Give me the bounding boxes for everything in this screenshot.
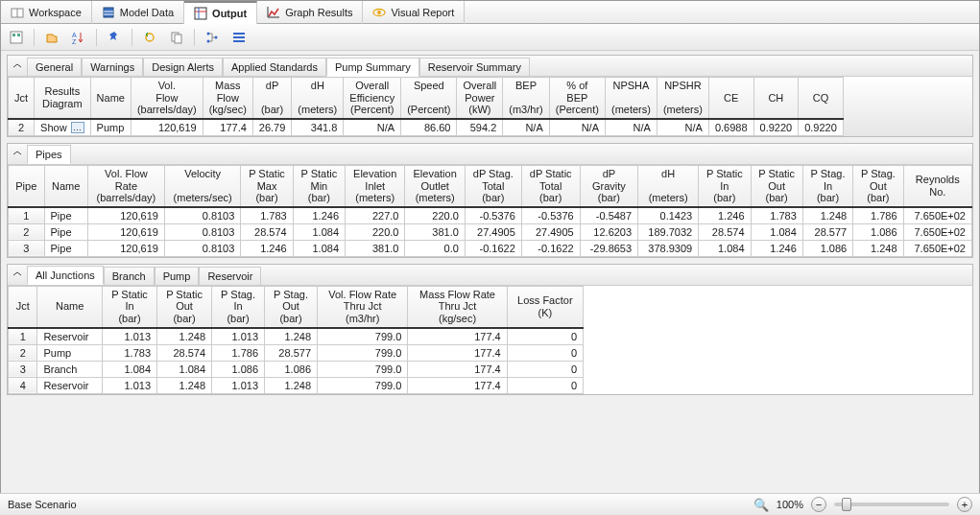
tab-output[interactable]: Output xyxy=(184,1,257,24)
refresh-button[interactable] xyxy=(140,28,159,47)
col-results[interactable]: ResultsDiagram xyxy=(35,78,91,119)
col-bep[interactable]: BEP(m3/hr) xyxy=(503,78,549,119)
table-row[interactable]: 3Pipe120,6190.81031.2461.084381.00.0-0.1… xyxy=(9,240,972,256)
panel-tab-reservoir[interactable]: Reservoir xyxy=(199,267,261,285)
table-row[interactable]: 2Pump1.78328.5741.78628.577799.0177.40 xyxy=(9,344,584,361)
col-psIn[interactable]: P StaticIn(bar) xyxy=(102,286,156,327)
load-button[interactable] xyxy=(42,28,61,47)
col-ce[interactable]: CE xyxy=(708,78,753,119)
col-volFlow[interactable]: Vol. FlowRate(barrels/day) xyxy=(87,165,164,206)
cell-ch: 0.9220 xyxy=(753,119,799,136)
cell-name: Pump xyxy=(90,119,131,136)
col-elevOut[interactable]: ElevationOutlet(meters) xyxy=(405,165,465,206)
col-pstagIn[interactable]: P Stag.In(bar) xyxy=(212,286,265,327)
col-name[interactable]: Name xyxy=(44,165,87,206)
sort-button[interactable]: AZ xyxy=(69,28,88,47)
list-button[interactable] xyxy=(229,28,249,47)
svg-rect-13 xyxy=(12,34,15,36)
col-name[interactable]: Name xyxy=(90,78,131,119)
col-dP[interactable]: dP(bar) xyxy=(252,78,292,119)
col-jct[interactable]: Jct xyxy=(9,286,37,327)
col-pctBep[interactable]: % ofBEP(Percent) xyxy=(549,78,605,119)
eye-icon xyxy=(372,6,386,19)
col-pstagOut[interactable]: P Stag.Out(bar) xyxy=(265,286,318,327)
col-psIn[interactable]: P StaticIn(bar) xyxy=(699,165,751,206)
col-psOut[interactable]: P StaticOut(bar) xyxy=(751,165,802,206)
col-velocity[interactable]: Velocity(meters/sec) xyxy=(164,165,240,206)
preferences-button[interactable] xyxy=(7,28,26,47)
panel-tab-pipes[interactable]: Pipes xyxy=(27,145,71,164)
model-data-icon xyxy=(102,6,115,19)
panel-tab-reservoir-summary[interactable]: Reservoir Summary xyxy=(419,58,530,76)
panel-tab-all-junctions[interactable]: All Junctions xyxy=(27,266,104,285)
col-volFlow[interactable]: Vol.Flow(barrels/day) xyxy=(131,78,203,119)
scenario-label: Base Scenario xyxy=(8,499,77,510)
table-row[interactable]: 4Reservoir1.0131.2481.0131.248799.0177.4… xyxy=(9,377,584,393)
col-pipe[interactable]: Pipe xyxy=(9,165,45,206)
col-massFlow[interactable]: Mass Flow RateThru Jct(kg/sec) xyxy=(408,286,507,327)
col-elevIn[interactable]: ElevationInlet(meters) xyxy=(346,165,405,206)
collapse-pipes-button[interactable] xyxy=(8,147,27,160)
col-jct[interactable]: Jct xyxy=(9,78,35,119)
tab-visual-report[interactable]: Visual Report xyxy=(363,1,465,24)
col-psOut[interactable]: P StaticOut(bar) xyxy=(157,286,212,327)
col-psMin[interactable]: P StaticMin(bar) xyxy=(293,165,345,206)
magnifier-icon[interactable]: 🔍 xyxy=(753,498,769,512)
panel-tab-design-alerts[interactable]: Design Alerts xyxy=(143,58,223,76)
col-loss[interactable]: Loss Factor(K) xyxy=(507,286,583,327)
col-dH[interactable]: dH(meters) xyxy=(292,78,344,119)
col-dpStatic[interactable]: dP StaticTotal(bar) xyxy=(521,165,580,206)
svg-point-11 xyxy=(377,11,381,14)
zoom-in-button[interactable]: + xyxy=(957,497,972,512)
zoom-level: 100% xyxy=(777,499,803,510)
svg-rect-19 xyxy=(175,35,181,43)
panel-tab-general[interactable]: General xyxy=(27,58,82,76)
col-overallEff[interactable]: OverallEfficiency(Percent) xyxy=(344,78,401,119)
copy-button[interactable] xyxy=(167,28,186,47)
svg-rect-25 xyxy=(233,40,245,42)
zoom-slider[interactable] xyxy=(834,503,949,506)
panel-tab-warnings[interactable]: Warnings xyxy=(82,58,143,76)
col-speed[interactable]: Speed(Percent) xyxy=(401,78,457,119)
tab-graph-results[interactable]: Graph Results xyxy=(257,1,363,24)
table-row[interactable]: 2Pipe120,6190.810328.5741.084220.0381.02… xyxy=(9,223,972,240)
cell-results: Show … xyxy=(35,119,91,136)
panel-tab-pump[interactable]: Pump xyxy=(155,267,200,285)
col-npsha[interactable]: NPSHA(meters) xyxy=(605,78,657,119)
col-dpGrav[interactable]: dPGravity(bar) xyxy=(580,165,637,206)
panel-tab-applied-standards[interactable]: Applied Standards xyxy=(223,58,326,76)
col-cq[interactable]: CQ xyxy=(799,78,844,119)
table-row[interactable]: 3Branch1.0841.0841.0861.086799.0177.40 xyxy=(9,361,584,377)
collapse-summary-button[interactable] xyxy=(8,59,27,73)
tab-label: Workspace xyxy=(29,7,82,18)
col-dpStag[interactable]: dP Stag.Total(bar) xyxy=(465,165,521,206)
summary-panel: General Warnings Design Alerts Applied S… xyxy=(7,55,973,137)
panel-tab-branch[interactable]: Branch xyxy=(104,267,155,285)
tab-workspace[interactable]: Workspace xyxy=(1,1,92,24)
panel-tab-pump-summary[interactable]: Pump Summary xyxy=(326,58,419,77)
col-npshr[interactable]: NPSHR(meters) xyxy=(657,78,708,119)
table-row[interactable]: 1Reservoir1.0131.2481.0131.248799.0177.4… xyxy=(9,328,584,345)
collapse-junctions-button[interactable] xyxy=(8,268,27,281)
chevron-up-icon xyxy=(11,268,24,281)
table-row[interactable]: 1Pipe120,6190.81031.7831.246227.0220.0-0… xyxy=(9,207,972,224)
col-pstagIn[interactable]: P Stag.In(bar) xyxy=(802,165,852,206)
zoom-thumb[interactable] xyxy=(842,498,851,511)
show-diagram-button[interactable]: … xyxy=(71,122,84,133)
tree-button[interactable] xyxy=(203,28,222,47)
pin-button[interactable] xyxy=(105,28,124,47)
cell-speed: 86.60 xyxy=(401,119,457,136)
col-volFlow[interactable]: Vol. Flow RateThru Jct(m3/hr) xyxy=(318,286,408,327)
col-reynolds[interactable]: ReynoldsNo. xyxy=(903,165,971,206)
col-overallPower[interactable]: OverallPower(kW) xyxy=(457,78,503,119)
col-ch[interactable]: CH xyxy=(753,78,799,119)
col-dH[interactable]: dH(meters) xyxy=(638,165,699,206)
tab-model-data[interactable]: Model Data xyxy=(92,1,184,24)
tab-label: Model Data xyxy=(120,7,174,18)
col-psMax[interactable]: P StaticMax(bar) xyxy=(241,165,293,206)
tab-label: Output xyxy=(212,8,247,19)
col-pstagOut[interactable]: P Stag.Out(bar) xyxy=(853,165,903,206)
zoom-out-button[interactable]: − xyxy=(811,497,826,512)
col-name[interactable]: Name xyxy=(37,286,103,327)
col-massFlow[interactable]: MassFlow(kg/sec) xyxy=(203,78,252,119)
